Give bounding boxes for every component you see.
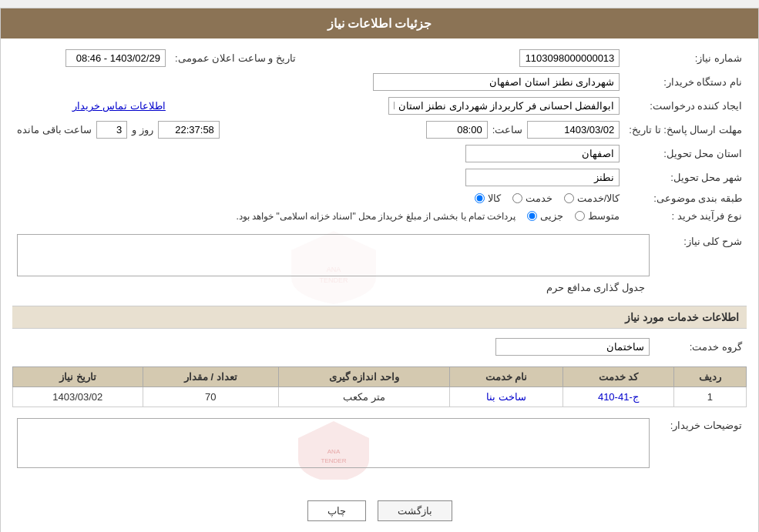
- buyer-dept-label: نام دستگاه خریدار:: [624, 70, 747, 94]
- category-option-kala-khadamat[interactable]: کالا/خدمت: [564, 192, 620, 204]
- description-textarea[interactable]: [17, 234, 650, 276]
- page-title: جزئیات اطلاعات نیاز: [327, 17, 432, 30]
- service-group-input[interactable]: [495, 338, 650, 356]
- buyer-notes-label: توضیحات خریدار:: [654, 415, 747, 483]
- description-label: شرح کلی نیاز:: [654, 231, 747, 299]
- col-header-row: ردیف: [673, 367, 746, 387]
- category-radio-khadamat[interactable]: [512, 193, 522, 203]
- cell-code: ج-41-410: [563, 387, 673, 407]
- description-content: جدول گذاری مدافع حرم: [546, 282, 645, 293]
- service-group-table: گروه خدمت:: [12, 335, 747, 359]
- remaining-time-input[interactable]: [158, 121, 220, 139]
- category-radio-kala-khadamat[interactable]: [564, 193, 574, 203]
- announcement-date-label: تاریخ و ساعت اعلان عمومی:: [170, 46, 301, 70]
- row-process: نوع فرآیند خرید : متوسط جزیی: [12, 207, 747, 225]
- page-header: جزئیات اطلاعات نیاز: [1, 8, 758, 38]
- category-kala-khadamat-label: کالا/خدمت: [577, 192, 620, 204]
- row-category: طبقه بندی موضوعی: کالا/خدمت خدمت کالا: [12, 189, 747, 207]
- services-header-row: ردیف کد خدمت نام خدمت واحد اندازه گیری ت…: [13, 367, 747, 387]
- need-number-label: شماره نیاز:: [624, 46, 747, 70]
- cell-qty: 70: [143, 387, 278, 407]
- row-city: شهر محل تحویل:: [12, 166, 747, 189]
- category-kala-label: کالا: [488, 192, 501, 204]
- process-motavasset-label: متوسط: [588, 210, 620, 222]
- row-service-group: گروه خدمت:: [12, 335, 747, 359]
- province-label: استان محل تحویل:: [624, 142, 747, 166]
- col-header-qty: تعداد / مقدار: [143, 367, 278, 387]
- contact-link[interactable]: اطلاعات تماس خریدار: [72, 100, 166, 112]
- notes-area: ANA TENDER: [17, 418, 650, 480]
- category-radio-kala[interactable]: [475, 193, 485, 203]
- row-description: شرح کلی نیاز: ANA TENDER: [12, 231, 747, 299]
- creator-label: ایجاد کننده درخواست:: [624, 94, 747, 118]
- col-header-name: نام خدمت: [450, 367, 563, 387]
- announcement-date-input[interactable]: [65, 49, 166, 67]
- creator-value: [170, 94, 624, 118]
- buyer-dept-input[interactable]: [373, 73, 620, 91]
- col-header-code: کد خدمت: [563, 367, 673, 387]
- service-name-link[interactable]: ساخت بنا: [486, 391, 526, 403]
- days-label: روز و: [132, 124, 153, 136]
- main-info-table: شماره نیاز: تاریخ و ساعت اعلان عمومی: نا…: [12, 46, 747, 225]
- category-radio-group: کالا/خدمت خدمت کالا: [17, 192, 620, 204]
- cell-date: 1403/03/02: [13, 387, 143, 407]
- category-label: طبقه بندی موضوعی:: [624, 189, 747, 207]
- city-input[interactable]: [465, 169, 620, 186]
- process-label: نوع فرآیند خرید :: [624, 207, 747, 225]
- description-area: ANA TENDER جدول گذاری مدافع حرم: [17, 234, 650, 296]
- services-table-body: 1 ج-41-410 ساخت بنا متر مکعب 70 1403/03/…: [13, 387, 747, 407]
- row-creator: ایجاد کننده درخواست: اطلاعات تماس خریدار: [12, 94, 747, 118]
- creator-input[interactable]: [388, 97, 620, 115]
- table-row: 1 ج-41-410 ساخت بنا متر مکعب 70 1403/03/…: [13, 387, 747, 407]
- service-group-label: گروه خدمت:: [654, 335, 747, 359]
- city-label: شهر محل تحویل:: [624, 166, 747, 189]
- process-option-motavasset[interactable]: متوسط: [575, 210, 620, 222]
- services-table-head: ردیف کد خدمت نام خدمت واحد اندازه گیری ت…: [13, 367, 747, 387]
- remaining-suffix: ساعت باقی مانده: [17, 124, 92, 136]
- category-option-kala[interactable]: کالا: [475, 192, 501, 204]
- need-number-value: [331, 46, 624, 70]
- process-radio-motavasset[interactable]: [575, 211, 585, 221]
- row-buyer-notes: توضیحات خریدار: ANA TENDER: [12, 415, 747, 483]
- cell-row-num: 1: [673, 387, 746, 407]
- page-wrapper: جزئیات اطلاعات نیاز شماره نیاز: تاریخ و …: [0, 8, 759, 532]
- process-jozi-label: جزیی: [540, 210, 563, 222]
- row-buyer-dept: نام دستگاه خریدار:: [12, 70, 747, 94]
- print-button[interactable]: چاپ: [307, 500, 366, 521]
- service-code-link[interactable]: ج-41-410: [598, 391, 639, 403]
- deadline-time-input[interactable]: [426, 121, 488, 139]
- process-radio-group: متوسط جزیی: [527, 210, 620, 222]
- col-header-unit: واحد اندازه گیری: [278, 367, 449, 387]
- button-row: بازگشت چاپ: [12, 489, 747, 529]
- deadline-date-input[interactable]: [527, 121, 620, 139]
- province-input[interactable]: [465, 145, 620, 162]
- cell-unit: متر مکعب: [278, 387, 449, 407]
- process-radio-jozi[interactable]: [527, 211, 537, 221]
- deadline-label: مهلت ارسال پاسخ: تا تاریخ:: [624, 118, 747, 142]
- services-data-table: ردیف کد خدمت نام خدمت واحد اندازه گیری ت…: [12, 366, 747, 407]
- time-label: ساعت:: [492, 124, 523, 136]
- need-number-input[interactable]: [519, 49, 620, 67]
- row-deadline: مهلت ارسال پاسخ: تا تاریخ: ساعت: روز و س…: [12, 118, 747, 142]
- remaining-days-input[interactable]: [96, 121, 127, 139]
- content-area: شماره نیاز: تاریخ و ساعت اعلان عمومی: نا…: [1, 38, 758, 532]
- services-section-header: اطلاعات خدمات مورد نیاز: [12, 306, 747, 329]
- cell-name: ساخت بنا: [450, 387, 563, 407]
- process-option-jozi[interactable]: جزیی: [527, 210, 563, 222]
- row-need-number: شماره نیاز: تاریخ و ساعت اعلان عمومی:: [12, 46, 747, 70]
- row-province: استان محل تحویل:: [12, 142, 747, 166]
- back-button[interactable]: بازگشت: [378, 500, 452, 521]
- category-khadamat-label: خدمت: [526, 192, 552, 204]
- buyer-dept-value: [12, 70, 624, 94]
- description-text: جدول گذاری مدافع حرم: [17, 279, 650, 296]
- category-option-khadamat[interactable]: خدمت: [512, 192, 552, 204]
- announcement-date-value: [12, 46, 170, 70]
- buyer-notes-table: توضیحات خریدار: ANA TENDER: [12, 415, 747, 483]
- buyer-notes-textarea[interactable]: [17, 418, 650, 468]
- description-table: شرح کلی نیاز: ANA TENDER: [12, 231, 747, 299]
- process-note: پرداخت تمام یا بخشی از مبلغ خریداز محل "…: [236, 211, 516, 222]
- col-header-date: تاریخ نیاز: [13, 367, 143, 387]
